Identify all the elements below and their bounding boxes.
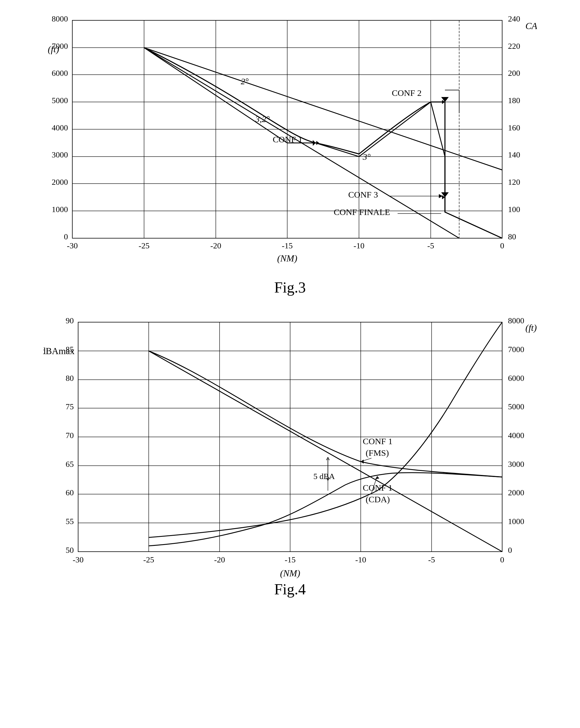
svg-text:5000: 5000 xyxy=(508,402,524,411)
svg-text:75: 75 xyxy=(65,402,74,411)
svg-text:-10: -10 xyxy=(353,241,364,250)
svg-text:8000: 8000 xyxy=(508,316,524,325)
svg-text:5 dBA: 5 dBA xyxy=(313,472,335,481)
svg-text:-15: -15 xyxy=(282,241,292,250)
svg-text:(ft): (ft) xyxy=(525,322,537,333)
svg-text:-30: -30 xyxy=(73,555,83,564)
svg-text:(FMS): (FMS) xyxy=(366,448,389,458)
svg-text:180: 180 xyxy=(508,96,520,105)
figure-3: 0 1000 2000 3000 4000 5000 6000 7000 800… xyxy=(18,11,562,296)
svg-text:CONF FINALE: CONF FINALE xyxy=(334,207,390,217)
svg-text:CONF 3: CONF 3 xyxy=(348,190,378,199)
svg-text:3°: 3° xyxy=(363,152,371,161)
svg-text:200: 200 xyxy=(508,69,520,78)
svg-text:-15: -15 xyxy=(285,555,295,564)
svg-text:-10: -10 xyxy=(355,555,366,564)
figure-4: 50 55 60 65 70 75 80 85 90 dBAmax 0 1000… xyxy=(18,313,562,598)
svg-text:3,2°: 3,2° xyxy=(255,114,270,124)
svg-text:2000: 2000 xyxy=(508,488,524,497)
svg-text:0: 0 xyxy=(508,546,512,554)
svg-text:65: 65 xyxy=(65,460,74,469)
svg-text:(ft): (ft) xyxy=(48,44,59,54)
svg-text:1000: 1000 xyxy=(508,517,524,526)
chart-4: 50 55 60 65 70 75 80 85 90 dBAmax 0 1000… xyxy=(43,313,537,575)
svg-text:1000: 1000 xyxy=(52,205,68,214)
svg-text:8000: 8000 xyxy=(52,14,68,23)
svg-text:3000: 3000 xyxy=(508,460,524,469)
svg-text:-30: -30 xyxy=(67,241,78,250)
svg-text:(NM): (NM) xyxy=(277,253,297,263)
svg-text:140: 140 xyxy=(508,150,520,159)
svg-text:2°: 2° xyxy=(241,76,248,86)
svg-text:6000: 6000 xyxy=(508,373,524,383)
fig3-caption: Fig.3 xyxy=(274,279,306,296)
svg-text:(CDA): (CDA) xyxy=(366,494,390,504)
svg-text:-25: -25 xyxy=(138,241,149,250)
svg-text:240: 240 xyxy=(508,14,520,23)
svg-text:50: 50 xyxy=(65,546,74,554)
svg-text:4000: 4000 xyxy=(52,123,68,132)
svg-text:(NM): (NM) xyxy=(280,568,300,578)
svg-text:-20: -20 xyxy=(214,555,225,564)
svg-text:-25: -25 xyxy=(143,555,154,564)
svg-text:70: 70 xyxy=(65,431,74,440)
svg-text:220: 220 xyxy=(508,42,520,51)
svg-text:0: 0 xyxy=(500,241,504,250)
svg-text:60: 60 xyxy=(65,488,74,497)
svg-text:4000: 4000 xyxy=(508,431,524,440)
svg-text:100: 100 xyxy=(508,205,520,214)
svg-text:-5: -5 xyxy=(428,555,435,564)
svg-text:90: 90 xyxy=(65,316,74,325)
svg-text:CONF 1: CONF 1 xyxy=(363,483,393,492)
svg-text:0: 0 xyxy=(64,232,68,241)
svg-text:0: 0 xyxy=(500,555,504,564)
svg-text:-5: -5 xyxy=(427,241,434,250)
chart-3: 0 1000 2000 3000 4000 5000 6000 7000 800… xyxy=(43,11,537,273)
svg-text:2000: 2000 xyxy=(52,178,68,186)
svg-text:80: 80 xyxy=(65,373,74,383)
svg-text:-20: -20 xyxy=(210,241,221,250)
svg-text:3000: 3000 xyxy=(52,150,68,159)
svg-text:CAS (kt): CAS (kt) xyxy=(525,21,537,31)
svg-text:dBAmax: dBAmax xyxy=(43,346,75,356)
svg-text:80: 80 xyxy=(508,232,516,241)
svg-text:6000: 6000 xyxy=(52,69,68,78)
svg-text:5000: 5000 xyxy=(52,96,68,105)
svg-text:55: 55 xyxy=(65,517,74,526)
svg-text:CONF 1: CONF 1 xyxy=(273,134,302,144)
svg-text:CONF 2: CONF 2 xyxy=(392,88,422,98)
svg-text:160: 160 xyxy=(508,123,520,132)
svg-text:7000: 7000 xyxy=(508,345,524,354)
svg-text:CONF 1: CONF 1 xyxy=(363,436,393,446)
svg-text:120: 120 xyxy=(508,178,520,186)
